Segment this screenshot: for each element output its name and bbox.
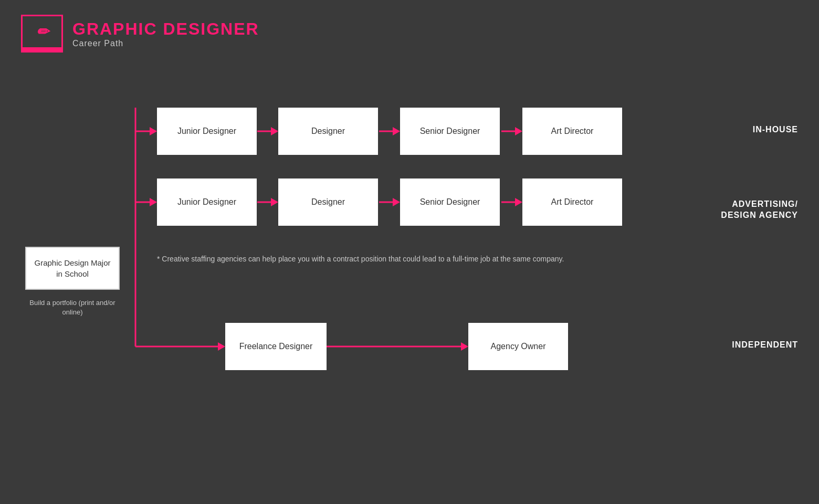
agency-junior-designer: Junior Designer	[157, 178, 257, 226]
title-group: GRAPHIC DESIGNER Career Path	[72, 19, 259, 48]
inhouse-art-director: Art Director	[522, 108, 622, 155]
svg-marker-20	[461, 342, 468, 351]
svg-marker-18	[218, 342, 225, 351]
svg-marker-8	[515, 127, 522, 135]
svg-marker-10	[150, 198, 157, 206]
career-path-diagram: Graphic Design Major in School Build a p…	[0, 74, 819, 504]
note-text: * Creative staffing agencies can help pl…	[157, 255, 564, 263]
agency-art-director: Art Director	[522, 178, 622, 226]
agency-label: ADVERTISING/DESIGN AGENCY	[721, 188, 798, 220]
agency-senior-designer: Senior Designer	[400, 178, 500, 226]
start-box-label: Graphic Design Major in School	[34, 258, 110, 278]
agency-owner: Agency Owner	[468, 323, 568, 370]
start-node: Graphic Design Major in School Build a p…	[25, 247, 120, 317]
sub-title: Career Path	[72, 39, 259, 48]
main-title: GRAPHIC DESIGNER	[72, 19, 259, 39]
header: ✏ GRAPHIC DESIGNER Career Path	[0, 0, 819, 67]
agency-designer: Designer	[278, 178, 378, 226]
inhouse-junior-designer: Junior Designer	[157, 108, 257, 155]
svg-marker-6	[393, 127, 400, 135]
svg-marker-4	[271, 127, 278, 135]
freelance-designer: Freelance Designer	[225, 323, 327, 370]
svg-marker-12	[271, 198, 278, 206]
inhouse-label: IN-HOUSE	[753, 124, 798, 135]
start-box: Graphic Design Major in School	[25, 247, 120, 290]
start-label: Build a portfolio (print and/or online)	[25, 298, 120, 317]
svg-marker-14	[393, 198, 400, 206]
inhouse-designer: Designer	[278, 108, 378, 155]
independent-label: INDEPENDENT	[732, 340, 798, 351]
logo-icon: ✏	[36, 23, 48, 40]
inhouse-senior-designer: Senior Designer	[400, 108, 500, 155]
svg-marker-16	[515, 198, 522, 206]
logo-box: ✏	[21, 15, 63, 52]
svg-marker-2	[150, 127, 157, 135]
